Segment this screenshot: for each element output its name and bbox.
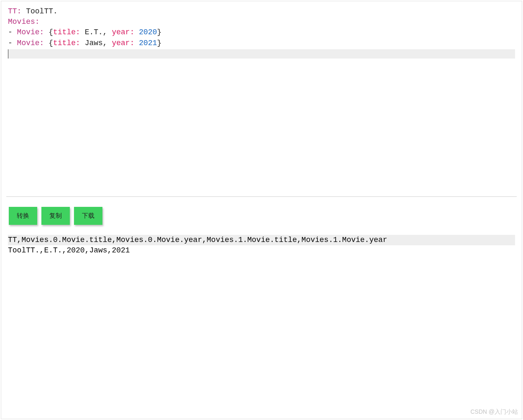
yaml-key: Movie: — [17, 39, 44, 47]
yaml-prop-key: year: — [112, 28, 134, 36]
convert-button[interactable]: 转换 — [9, 207, 37, 225]
spacer — [1, 59, 522, 196]
yaml-value: Jaws, — [80, 39, 112, 47]
yaml-number: 2021 — [134, 39, 157, 47]
output-area[interactable]: TT,Movies.0.Movie.title,Movies.0.Movie.y… — [1, 235, 522, 256]
yaml-brace: { — [44, 28, 53, 36]
watermark: CSDN @入门小站 — [470, 408, 518, 416]
yaml-prop-key: title: — [53, 28, 80, 36]
yaml-brace: } — [157, 39, 162, 47]
code-line-1: TT: ToolTT. — [8, 6, 515, 17]
yaml-key: TT: — [8, 7, 21, 15]
yaml-dash: - — [8, 39, 17, 47]
yaml-key: Movies: — [8, 18, 40, 26]
code-area: TT: ToolTT. Movies: - Movie: {title: E.T… — [8, 6, 515, 59]
yaml-brace: { — [44, 39, 53, 47]
yaml-key: Movie: — [17, 28, 44, 36]
yaml-dash: - — [8, 28, 17, 36]
button-row: 转换 复制 下载 — [1, 197, 522, 235]
download-button[interactable]: 下载 — [74, 207, 102, 225]
output-data-line: ToolTT.,E.T.,2020,Jaws,2021 — [8, 245, 515, 256]
code-line-4: - Movie: {title: Jaws, year: 2021} — [8, 38, 515, 48]
output-header-line: TT,Movies.0.Movie.title,Movies.0.Movie.y… — [8, 235, 515, 245]
yaml-brace: } — [157, 28, 162, 36]
cursor-line[interactable] — [8, 49, 515, 59]
main-container: TT: ToolTT. Movies: - Movie: {title: E.T… — [1, 1, 522, 419]
code-line-3: - Movie: {title: E.T., year: 2020} — [8, 27, 515, 38]
yaml-value: ToolTT. — [21, 7, 57, 15]
code-line-2: Movies: — [8, 17, 515, 27]
yaml-value: E.T., — [80, 28, 112, 36]
yaml-prop-key: year: — [112, 39, 134, 47]
yaml-number: 2020 — [134, 28, 157, 36]
copy-button[interactable]: 复制 — [41, 207, 70, 225]
yaml-editor[interactable]: TT: ToolTT. Movies: - Movie: {title: E.T… — [1, 1, 522, 59]
yaml-prop-key: title: — [53, 39, 80, 47]
